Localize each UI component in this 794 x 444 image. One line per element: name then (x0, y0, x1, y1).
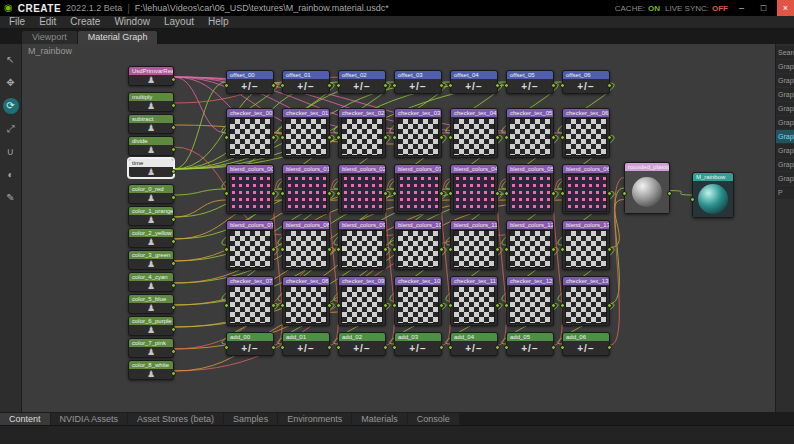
node-a2[interactable]: add_02+/− (338, 332, 386, 356)
panel-tab-graph[interactable]: Graph (776, 116, 794, 129)
node-b3[interactable]: blend_colors_03 (394, 164, 442, 214)
panel-tab-graph[interactable]: Graph (776, 102, 794, 115)
node-b5[interactable]: blend_colors_05 (506, 164, 554, 214)
tab-material-graph[interactable]: Material Graph (78, 31, 158, 44)
node-t5[interactable]: checker_tex_05 (506, 108, 554, 158)
output-pin[interactable] (171, 125, 176, 130)
node-rp[interactable]: rounded_plastic (624, 162, 670, 214)
bottom-tab-environments[interactable]: Environments (278, 413, 351, 425)
panel-tab-graph[interactable]: Graph (776, 158, 794, 171)
node-t1[interactable]: checker_tex_01 (282, 108, 330, 158)
node-o4[interactable]: offset_04+/− (450, 70, 498, 94)
node-b1[interactable]: blend_colors_01 (282, 164, 330, 214)
node-e1[interactable]: checker_tex_08 (282, 276, 330, 326)
node-a4[interactable]: add_04+/− (450, 332, 498, 356)
node-t2[interactable]: checker_tex_02 (338, 108, 386, 158)
cache-status[interactable]: CACHE: ON (615, 4, 660, 13)
node-t6[interactable]: checker_tex_06 (562, 108, 610, 158)
node-e3[interactable]: checker_tex_10 (394, 276, 442, 326)
snap-tool-icon[interactable]: ∪ (3, 144, 19, 160)
node-a1[interactable]: add_01+/− (282, 332, 330, 356)
node-a3[interactable]: add_03+/− (394, 332, 442, 356)
node-mul[interactable]: multiply♟ (128, 92, 174, 112)
panel-tab-p[interactable]: P (776, 186, 794, 199)
panel-tab-graph[interactable]: Graph (776, 60, 794, 73)
light-tool-icon[interactable]: ◐ (3, 167, 19, 183)
node-mat[interactable]: M_rainbow (692, 172, 734, 218)
node-o0[interactable]: offset_00+/− (226, 70, 274, 94)
node-o3[interactable]: offset_03+/− (394, 70, 442, 94)
output-pin[interactable] (171, 305, 176, 310)
pen-tool-icon[interactable]: ✎ (3, 190, 19, 206)
input-pin[interactable] (622, 191, 627, 196)
node-c1[interactable]: color_1_orange♟ (128, 206, 174, 226)
node-a0[interactable]: add_00+/− (226, 332, 274, 356)
bottom-tab-console[interactable]: Console (408, 413, 459, 425)
node-o6[interactable]: offset_06+/− (562, 70, 610, 94)
node-e2[interactable]: checker_tex_09 (338, 276, 386, 326)
output-pin[interactable] (171, 283, 176, 288)
node-c2[interactable]: color_2_yellow♟ (128, 228, 174, 248)
panel-tab-graph[interactable]: Graph (776, 172, 794, 185)
node-c8[interactable]: color_8_white♟ (128, 360, 174, 380)
node-b4[interactable]: blend_colors_04 (450, 164, 498, 214)
output-pin[interactable] (171, 217, 176, 222)
close-button[interactable]: × (777, 0, 794, 16)
output-pin[interactable] (171, 261, 176, 266)
node-o5[interactable]: offset_05+/− (506, 70, 554, 94)
output-pin[interactable] (171, 147, 176, 152)
output-pin[interactable] (667, 191, 672, 196)
node-e5[interactable]: checker_tex_12 (506, 276, 554, 326)
panel-tab-search[interactable]: Search (776, 46, 794, 59)
node-e0[interactable]: checker_tex_07 (226, 276, 274, 326)
menu-help[interactable]: Help (201, 16, 236, 28)
node-c5[interactable]: color_5_blue♟ (128, 294, 174, 314)
bottom-tab-content[interactable]: Content (0, 413, 50, 425)
panel-tab-graph[interactable]: Graph (776, 144, 794, 157)
output-pin[interactable] (171, 195, 176, 200)
menu-window[interactable]: Window (107, 16, 157, 28)
output-pin[interactable] (171, 77, 176, 82)
output-pin[interactable] (171, 169, 176, 174)
node-div[interactable]: divide♟ (128, 136, 174, 156)
minimize-button[interactable]: – (733, 0, 750, 16)
node-o2[interactable]: offset_02+/− (338, 70, 386, 94)
node-o1[interactable]: offset_01+/− (282, 70, 330, 94)
node-sub[interactable]: subtract♟ (128, 114, 174, 134)
node-t3[interactable]: checker_tex_03 (394, 108, 442, 158)
node-a6[interactable]: add_06+/− (562, 332, 610, 356)
node-t0[interactable]: checker_tex_00 (226, 108, 274, 158)
output-pin[interactable] (171, 103, 176, 108)
live-sync-status[interactable]: LIVE SYNC: OFF (665, 4, 728, 13)
node-b6[interactable]: blend_colors_06 (562, 164, 610, 214)
panel-tab-graph[interactable]: Graph (776, 74, 794, 87)
rotate-tool-icon[interactable]: ⟳ (3, 98, 19, 114)
output-pin[interactable] (171, 239, 176, 244)
move-tool-icon[interactable]: ✥ (3, 75, 19, 91)
menu-layout[interactable]: Layout (157, 16, 201, 28)
node-d1[interactable]: blend_colors_08 (282, 220, 330, 270)
node-e6[interactable]: checker_tex_13 (562, 276, 610, 326)
tab-viewport[interactable]: Viewport (22, 31, 77, 44)
node-c0[interactable]: color_0_red♟ (128, 184, 174, 204)
bottom-tab-nvidia-assets[interactable]: NVIDIA Assets (51, 413, 128, 425)
bottom-tab-asset-stores-beta-[interactable]: Asset Stores (beta) (128, 413, 223, 425)
maximize-button[interactable]: □ (755, 0, 772, 16)
panel-tab-graph[interactable]: Graph (776, 88, 794, 101)
output-pin[interactable] (171, 371, 176, 376)
node-b0[interactable]: blend_colors_00 (226, 164, 274, 214)
node-d4[interactable]: blend_colors_11 (450, 220, 498, 270)
node-d6[interactable]: blend_colors_13 (562, 220, 610, 270)
scale-tool-icon[interactable]: ⤢ (3, 121, 19, 137)
select-tool-icon[interactable]: ↖ (3, 52, 19, 68)
node-d3[interactable]: blend_colors_10 (394, 220, 442, 270)
output-pin[interactable] (171, 327, 176, 332)
node-t4[interactable]: checker_tex_04 (450, 108, 498, 158)
bottom-tab-materials[interactable]: Materials (352, 413, 407, 425)
menu-create[interactable]: Create (63, 16, 107, 28)
output-pin[interactable] (171, 349, 176, 354)
node-e4[interactable]: checker_tex_11 (450, 276, 498, 326)
node-d0[interactable]: blend_colors_07 (226, 220, 274, 270)
node-a5[interactable]: add_05+/− (506, 332, 554, 356)
node-c4[interactable]: color_4_cyan♟ (128, 272, 174, 292)
